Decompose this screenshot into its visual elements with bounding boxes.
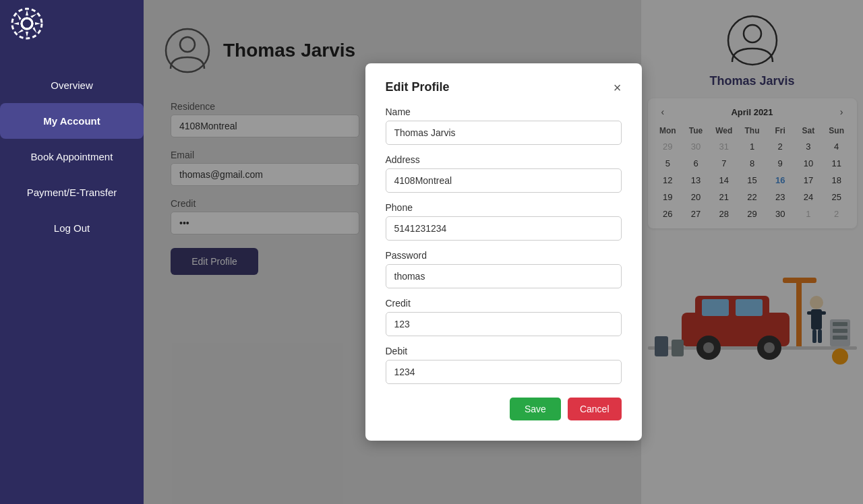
modal-password-label: Password [386,250,622,261]
sidebar-item-book-appointment[interactable]: Book Appointment [0,139,144,175]
modal-credit-field: Credit [386,298,622,336]
modal-password-input[interactable] [386,264,622,288]
modal-credit-label: Credit [386,298,622,309]
main-area: Thomas Jarvis Residence 4108Montreal Ema… [144,0,863,504]
modal-name-field: Name [386,106,622,145]
modal-save-button[interactable]: Save [510,398,561,420]
modal-phone-label: Phone [386,202,622,213]
sidebar: Overview My Account Book Appointment Pay… [0,0,144,504]
modal-debit-field: Debit [386,346,622,384]
modal-credit-input[interactable] [386,312,622,336]
modal-password-field: Password [386,250,622,288]
gear-icon [10,7,44,40]
modal-debit-input[interactable] [386,360,622,384]
modal-address-field: Address [386,154,622,193]
modal-phone-field: Phone [386,202,622,241]
modal-name-input[interactable] [386,121,622,145]
sidebar-item-logout[interactable]: Log Out [0,210,144,246]
modal-header: Edit Profile × [386,80,622,94]
modal-overlay: Edit Profile × Name Address Phone Passwo… [144,0,863,504]
modal-address-label: Address [386,154,622,165]
modal-phone-input[interactable] [386,216,622,241]
svg-point-2 [22,18,32,29]
modal-debit-label: Debit [386,346,622,356]
edit-profile-modal: Edit Profile × Name Address Phone Passwo… [365,63,642,441]
modal-actions: Save Cancel [386,398,622,420]
modal-address-input[interactable] [386,168,622,193]
sidebar-item-payment[interactable]: Payment/E-Transfer [0,175,144,210]
modal-title: Edit Profile [386,80,450,94]
modal-cancel-button[interactable]: Cancel [568,398,622,420]
sidebar-item-my-account[interactable]: My Account [0,103,144,139]
sidebar-nav: Overview My Account Book Appointment Pay… [0,67,144,246]
modal-name-label: Name [386,106,622,117]
modal-close-button[interactable]: × [614,81,622,94]
sidebar-item-overview[interactable]: Overview [0,67,144,103]
